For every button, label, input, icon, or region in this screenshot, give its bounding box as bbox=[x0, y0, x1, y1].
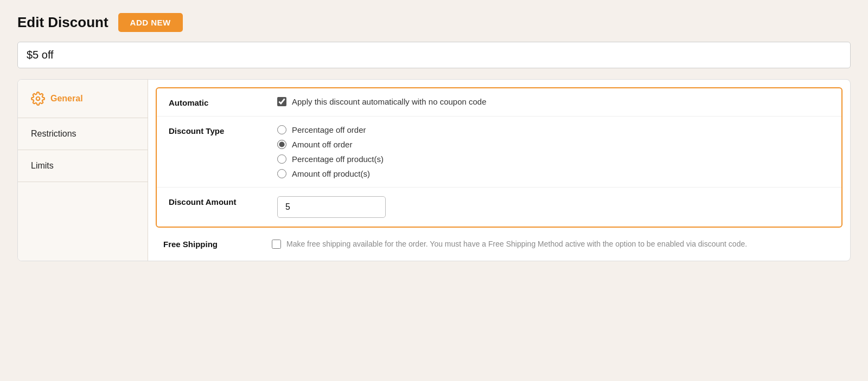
discount-type-control: Percentage off order Amount off order Pe… bbox=[277, 125, 829, 178]
radio-percentage-off-order-input[interactable] bbox=[277, 125, 286, 134]
page-title: Edit Discount bbox=[17, 14, 108, 31]
content-area: Automatic Apply this discount automatica… bbox=[148, 80, 850, 261]
automatic-checkbox-label[interactable]: Apply this discount automatically with n… bbox=[277, 97, 829, 106]
free-shipping-checkbox[interactable] bbox=[272, 240, 281, 249]
automatic-checkbox[interactable] bbox=[277, 97, 286, 106]
main-card: General Restrictions Limits Automatic bbox=[17, 79, 851, 261]
automatic-checkbox-text: Apply this discount automatically with n… bbox=[292, 97, 487, 106]
automatic-control: Apply this discount automatically with n… bbox=[277, 97, 829, 106]
svg-point-0 bbox=[36, 97, 40, 101]
discount-amount-control bbox=[277, 196, 829, 218]
sidebar-item-restrictions[interactable]: Restrictions bbox=[18, 118, 148, 150]
radio-amount-off-products-label: Amount off product(s) bbox=[292, 169, 370, 178]
page-header: Edit Discount ADD NEW bbox=[17, 13, 851, 32]
radio-percentage-off-order-label: Percentage off order bbox=[292, 125, 366, 134]
discount-amount-label: Discount Amount bbox=[169, 196, 277, 206]
automatic-row: Automatic Apply this discount automatica… bbox=[157, 88, 841, 117]
radio-percentage-off-products-input[interactable] bbox=[277, 154, 286, 164]
discount-amount-input[interactable] bbox=[277, 196, 386, 218]
gear-icon bbox=[31, 92, 45, 106]
free-shipping-section: Free Shipping Make free shipping availab… bbox=[148, 228, 850, 261]
discount-type-row: Discount Type Percentage off order Amoun… bbox=[157, 117, 841, 188]
highlighted-section: Automatic Apply this discount automatica… bbox=[156, 87, 843, 228]
discount-amount-row: Discount Amount bbox=[157, 188, 841, 227]
radio-amount-off-products[interactable]: Amount off product(s) bbox=[277, 169, 829, 178]
radio-amount-off-products-input[interactable] bbox=[277, 169, 286, 178]
sidebar-item-limits[interactable]: Limits bbox=[18, 150, 148, 182]
free-shipping-control: Make free shipping available for the ord… bbox=[272, 238, 835, 250]
radio-amount-off-order-label: Amount off order bbox=[292, 140, 352, 149]
radio-percentage-off-products-label: Percentage off product(s) bbox=[292, 154, 384, 164]
free-shipping-text: Make free shipping available for the ord… bbox=[286, 238, 747, 250]
discount-type-radio-group: Percentage off order Amount off order Pe… bbox=[277, 125, 829, 178]
free-shipping-label: Free Shipping bbox=[163, 238, 272, 249]
radio-amount-off-order[interactable]: Amount off order bbox=[277, 140, 829, 149]
add-new-button[interactable]: ADD NEW bbox=[118, 13, 183, 32]
sidebar-item-general[interactable]: General bbox=[18, 80, 148, 118]
discount-name-input[interactable] bbox=[17, 42, 851, 68]
discount-type-label: Discount Type bbox=[169, 125, 277, 135]
sidebar-item-restrictions-label: Restrictions bbox=[31, 129, 76, 138]
automatic-label: Automatic bbox=[169, 97, 277, 107]
radio-percentage-off-order[interactable]: Percentage off order bbox=[277, 125, 829, 134]
radio-percentage-off-products[interactable]: Percentage off product(s) bbox=[277, 154, 829, 164]
sidebar: General Restrictions Limits bbox=[18, 80, 148, 261]
sidebar-item-general-label: General bbox=[50, 94, 83, 104]
radio-amount-off-order-input[interactable] bbox=[277, 140, 286, 149]
sidebar-item-limits-label: Limits bbox=[31, 161, 54, 170]
